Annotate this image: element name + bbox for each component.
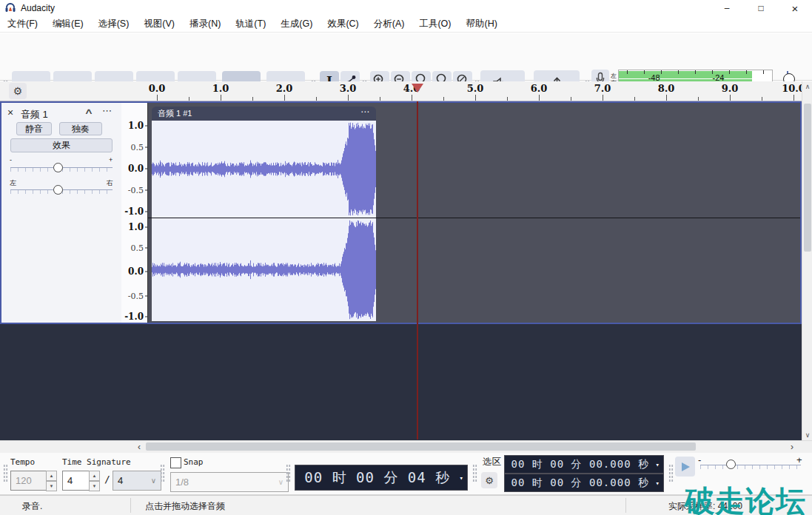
timesig-spinner[interactable]: ▲▼ [89,471,100,491]
scale-label: 0.0 [128,266,144,277]
play-speed-grip[interactable] [668,464,674,483]
clip-header[interactable]: 音频 1 #1 ⋯ [152,107,376,121]
snap-value: 1/8 [175,477,189,488]
record-meter-left-label: 左 [611,73,617,79]
speed-max-label: + [796,454,802,465]
play-speed-slider[interactable] [700,465,801,469]
gear-icon: ⚙ [13,85,23,97]
chevron-down-icon: ∨ [278,478,283,486]
horizontal-scrollbar-thumb[interactable] [146,442,696,451]
snap-checkbox[interactable] [170,457,181,468]
empty-track-area[interactable] [0,324,802,440]
scroll-down-icon[interactable]: ∨ [802,431,812,439]
playhead-line [417,101,418,440]
scroll-up-icon[interactable]: ∧ [802,83,812,90]
scale-label: 1.0 [128,222,144,232]
gain-min-label: - [10,156,12,164]
play-at-speed-button[interactable] [675,457,695,477]
timesig-lower-select[interactable]: 4∨ [113,471,161,491]
status-recording: 录音. [22,500,42,513]
menu-analyze[interactable]: 分析(A) [366,16,412,33]
menu-tracks[interactable]: 轨道(T) [228,16,273,33]
dropdown-arrow-icon[interactable]: ▾ [460,474,463,482]
timeline-label: 6.0 [531,83,548,94]
scroll-left-icon[interactable]: ‹ [138,442,141,452]
snap-label: Snap [184,457,204,467]
audio-clip[interactable]: 音频 1 #1 ⋯ [152,107,376,321]
track-name[interactable]: 音频 1 [21,108,48,121]
tempo-input[interactable]: 120 [10,471,49,491]
menu-edit[interactable]: 编辑(E) [45,16,91,33]
time-toolbar-grip[interactable] [286,464,291,483]
timeline-label: 7.0 [594,83,611,94]
speed-min-label: - [698,454,701,465]
title-bar: Audacity – □ × [0,0,812,16]
gear-icon: ⚙ [485,475,494,486]
menu-tools[interactable]: 工具(O) [412,16,458,33]
menu-select[interactable]: 选择(S) [91,16,137,33]
minimize-button[interactable]: – [710,0,744,16]
menu-bar: 文件(F) 编辑(E) 选择(S) 视图(V) 播录(N) 轨道(T) 生成(G… [0,16,812,33]
snap-grip[interactable] [160,464,165,483]
selection-end-value: 00 时 00 分 00.000 秒 [505,477,656,490]
timeline-label: 9.0 [722,83,739,94]
menu-help[interactable]: 帮助(H) [458,16,504,33]
time-signature-grip[interactable] [3,464,8,483]
timesig-upper-input[interactable]: 4 [62,471,92,491]
dropdown-arrow-icon[interactable]: ▾ [656,479,660,487]
mute-button[interactable]: 静音 [16,122,52,135]
timeline-label: 8.0 [658,83,675,94]
play-speed-thumb[interactable] [726,460,736,469]
audacity-logo-icon [4,2,16,14]
pan-slider-thumb[interactable] [53,185,63,195]
menu-file[interactable]: 文件(F) [0,16,45,33]
close-button[interactable]: × [778,0,812,16]
snap-select[interactable]: 1/8∨ [170,472,289,492]
timeline-options-button[interactable]: ⚙ [9,83,27,99]
play-speed-icon [680,461,691,473]
track-close-button[interactable]: × [7,107,13,118]
effects-button[interactable]: 效果 [10,138,113,152]
selection-options-button[interactable]: ⚙ [481,472,497,488]
pan-right-label: 右 [107,178,113,188]
selection-toolbar-grip[interactable] [472,464,477,483]
audio-position-value: 00 时 00 分 04 秒 [295,468,460,488]
dropdown-arrow-icon[interactable]: ▾ [656,461,660,468]
timeline-ruler[interactable]: ⚙ 0.01.02.03.04.05.06.07.08.09.010.0 [0,81,812,101]
menu-view[interactable]: 视图(V) [136,16,182,33]
menu-generate[interactable]: 生成(G) [273,16,320,33]
scale-label: 1.0 [128,121,144,131]
forum-watermark: 破走论坛 [685,481,812,515]
pan-left-label: 左 [10,178,16,188]
track-menu-button[interactable]: ⋯ [102,105,113,116]
clip-menu-button[interactable]: ⋯ [360,107,370,117]
time-signature-label: Time Signature [62,457,131,467]
playhead-marker[interactable] [412,84,423,92]
audio-position-display[interactable]: 00 时 00 分 04 秒 ▾ [295,465,468,491]
maximize-button[interactable]: □ [744,0,778,16]
waveform-area[interactable]: 音频 1 #1 ⋯ [148,103,800,323]
gain-slider-thumb[interactable] [53,163,63,172]
solo-button[interactable]: 独奏 [59,122,102,135]
selection-start-value: 00 时 00 分 00.000 秒 [505,458,656,471]
status-hint: 点击并拖动选择音频 [145,500,225,513]
window-title: Audacity [21,3,55,13]
timeline-label: 3.0 [340,83,357,94]
tempo-spinner[interactable]: ▲▼ [46,471,57,491]
timeline-label: 0.0 [149,83,166,94]
timeline-label: 1.0 [212,83,229,94]
clip-body[interactable] [152,121,376,321]
clip-title: 音频 1 #1 [158,108,192,119]
track-collapse-button[interactable]: ∧ [84,107,94,116]
timeline-label: 5.0 [467,83,484,94]
vertical-scrollbar-thumb[interactable] [804,104,811,252]
menu-effect[interactable]: 效果(C) [320,16,366,33]
selection-start-display[interactable]: 00 时 00 分 00.000 秒 ▾ [504,455,664,474]
channel-separator [148,218,800,218]
vertical-scrollbar[interactable]: ∧ ∨ [802,81,812,440]
record-meter-bar-left [619,71,752,78]
scale-label: -1.0 [124,206,144,217]
selection-end-display[interactable]: 00 时 00 分 00.000 秒 ▾ [504,474,664,492]
scroll-right-icon[interactable]: › [791,442,793,452]
menu-transport[interactable]: 播录(N) [182,16,228,33]
